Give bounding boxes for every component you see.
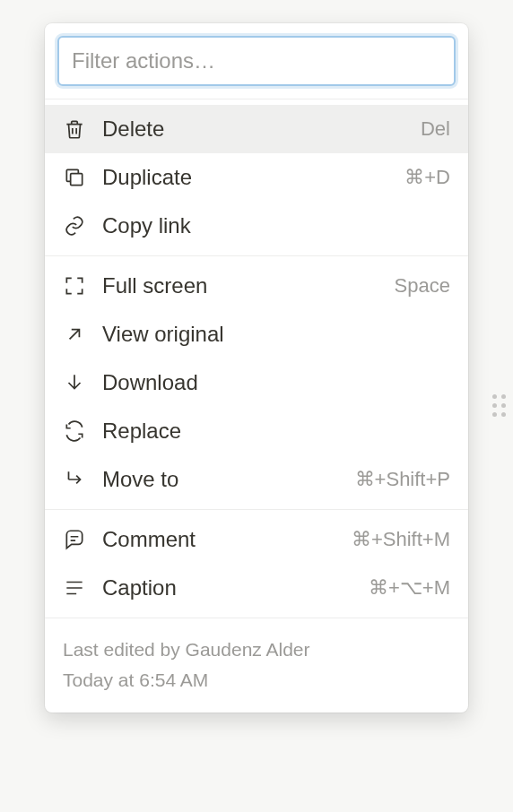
menu-item-shortcut: ⌘+D [404, 166, 450, 189]
menu-item-label: Caption [102, 575, 369, 600]
duplicate-icon [61, 164, 88, 191]
comment-icon [61, 526, 88, 553]
link-icon [61, 212, 88, 239]
comment-item[interactable]: Comment ⌘+Shift+M [45, 515, 468, 564]
move-to-icon [61, 466, 88, 493]
actions-menu: Delete Del Duplicate ⌘+D Copy link Full … [45, 23, 468, 713]
menu-item-label: Move to [102, 467, 355, 492]
menu-item-label: Replace [102, 419, 450, 444]
menu-item-label: View original [102, 322, 450, 347]
fullscreen-icon [61, 272, 88, 299]
replace-icon [61, 418, 88, 445]
menu-item-shortcut: ⌘+Shift+P [355, 468, 450, 491]
menu-item-shortcut: ⌘+⌥+M [369, 576, 450, 600]
menu-item-label: Copy link [102, 213, 450, 238]
menu-item-shortcut: Del [421, 117, 450, 141]
svg-rect-0 [71, 174, 83, 186]
menu-item-label: Full screen [102, 273, 395, 298]
menu-item-shortcut: Space [395, 274, 450, 298]
menu-item-label: Comment [102, 527, 352, 552]
last-edited-by: Last edited by Gaudenz Alder [63, 635, 450, 665]
menu-section: Delete Del Duplicate ⌘+D Copy link [45, 99, 468, 255]
menu-item-label: Duplicate [102, 165, 404, 190]
full-screen-item[interactable]: Full screen Space [45, 262, 468, 310]
menu-item-shortcut: ⌘+Shift+M [352, 528, 450, 551]
delete-item[interactable]: Delete Del [45, 105, 468, 153]
copy-link-item[interactable]: Copy link [45, 202, 468, 250]
replace-item[interactable]: Replace [45, 407, 468, 455]
filter-input[interactable] [57, 36, 456, 86]
menu-item-label: Delete [102, 117, 421, 142]
move-to-item[interactable]: Move to ⌘+Shift+P [45, 455, 468, 504]
drag-handle-icon[interactable] [492, 394, 506, 417]
download-item[interactable]: Download [45, 358, 468, 407]
duplicate-item[interactable]: Duplicate ⌘+D [45, 153, 468, 202]
menu-section: Full screen Space View original Download… [45, 256, 468, 509]
trash-icon [61, 116, 88, 143]
view-original-item[interactable]: View original [45, 310, 468, 358]
menu-item-label: Download [102, 370, 450, 395]
caption-item[interactable]: Caption ⌘+⌥+M [45, 564, 468, 612]
menu-footer: Last edited by Gaudenz Alder Today at 6:… [45, 618, 468, 713]
caption-icon [61, 574, 88, 601]
menu-section: Comment ⌘+Shift+M Caption ⌘+⌥+M [45, 510, 468, 618]
last-edited-at: Today at 6:54 AM [63, 665, 450, 695]
arrow-up-right-icon [61, 321, 88, 348]
filter-container [45, 23, 468, 99]
download-icon [61, 369, 88, 396]
